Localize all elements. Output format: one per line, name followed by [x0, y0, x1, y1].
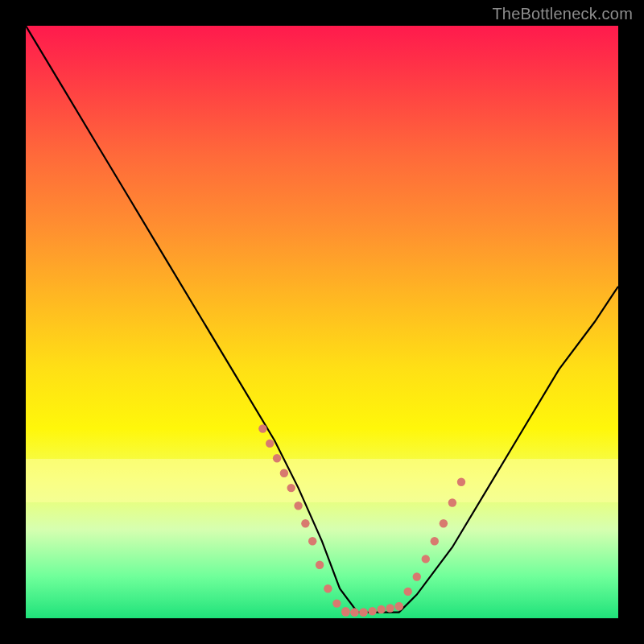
marker-dot	[386, 604, 394, 612]
marker-dot	[287, 484, 295, 492]
marker-dot	[258, 424, 266, 432]
marker-dot	[359, 608, 367, 616]
marker-dot	[368, 607, 376, 615]
marker-dot	[377, 605, 385, 613]
marker-dot	[332, 599, 341, 607]
marker-dot	[457, 478, 465, 486]
bottleneck-curve	[26, 26, 618, 613]
marker-dot	[448, 498, 456, 506]
marker-dot	[324, 584, 332, 592]
marker-dot	[301, 519, 309, 527]
marker-dot	[308, 537, 316, 545]
marker-dot	[413, 572, 421, 580]
marker-dot	[341, 608, 349, 616]
marker-dot	[294, 502, 302, 510]
marker-dot	[280, 469, 288, 477]
marker-dot	[440, 519, 448, 527]
marker-dot	[273, 454, 281, 462]
marker-dot	[266, 440, 274, 448]
chart-svg	[26, 26, 618, 618]
watermark-text: TheBottleneck.com	[492, 5, 633, 23]
chart-plot-area	[26, 26, 618, 618]
marker-dot	[316, 561, 324, 569]
marker-dot	[395, 602, 403, 610]
marker-dot	[350, 608, 358, 616]
marker-dot	[431, 537, 439, 545]
marker-dot	[404, 588, 412, 596]
marker-dot	[422, 555, 430, 563]
